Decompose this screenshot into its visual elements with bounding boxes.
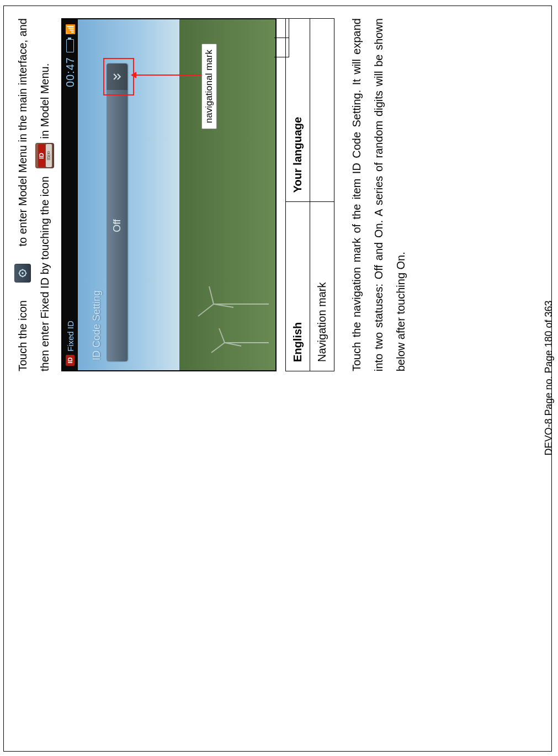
- setting-row[interactable]: Off: [107, 63, 127, 361]
- stray-cell-artifact: [274, 18, 289, 57]
- topbar-title: Fixed ID: [66, 321, 75, 352]
- row-label: ID Code Setting: [91, 290, 103, 360]
- callout-arrow: [132, 74, 203, 76]
- table-row: English Your language: [286, 19, 310, 371]
- nav-mark-button[interactable]: [107, 63, 127, 90]
- setting-value: Off: [107, 90, 127, 361]
- fixed-id-icon-bottom: 固定ID: [46, 144, 52, 167]
- body-paragraph: Touch the navigation mark of the item ID…: [346, 18, 412, 371]
- topbar-clock: 00:47: [64, 57, 77, 87]
- td-other: [310, 19, 334, 202]
- battery-icon: [66, 39, 74, 52]
- chevron-double-down-icon: [111, 71, 123, 82]
- td-en: Navigation mark: [310, 202, 334, 371]
- intro-text-2a: then enter Fixed ID by touching the icon: [34, 176, 56, 371]
- translation-table: English Your language Navigation mark: [285, 18, 334, 371]
- antenna-icon: 📶: [65, 24, 76, 35]
- page-footer: DEVO-8 Page no. Page 180 of 363: [543, 0, 555, 756]
- wind-turbines-graphic: [192, 254, 271, 365]
- model-menu-icon: [14, 264, 31, 283]
- callout-label: navigational mark: [201, 44, 217, 129]
- table-row: Navigation mark: [310, 19, 334, 371]
- th-english: English: [286, 202, 310, 371]
- fixed-id-icon-top: ID: [38, 144, 45, 167]
- intro-text-1a: Touch the icon: [12, 300, 34, 371]
- intro-paragraph: Touch the icon to enter Model Menu in th…: [12, 18, 56, 371]
- screenshot-topbar: ID Fixed ID 00:47 📶: [62, 19, 78, 370]
- intro-text-1b: to enter Model Menu in the main interfac…: [12, 18, 34, 247]
- intro-text-2b: in Model Menu.: [34, 63, 56, 139]
- th-your-language: Your language: [286, 19, 310, 202]
- page-frame: Touch the icon to enter Model Menu in th…: [3, 6, 552, 752]
- svg-point-1: [22, 273, 23, 274]
- topbar-id-badge: ID: [66, 355, 75, 366]
- fixed-id-icon: ID 固定ID: [35, 143, 54, 168]
- device-screenshot: ID Fixed ID 00:47 📶 ID Code Setting Off: [61, 18, 277, 371]
